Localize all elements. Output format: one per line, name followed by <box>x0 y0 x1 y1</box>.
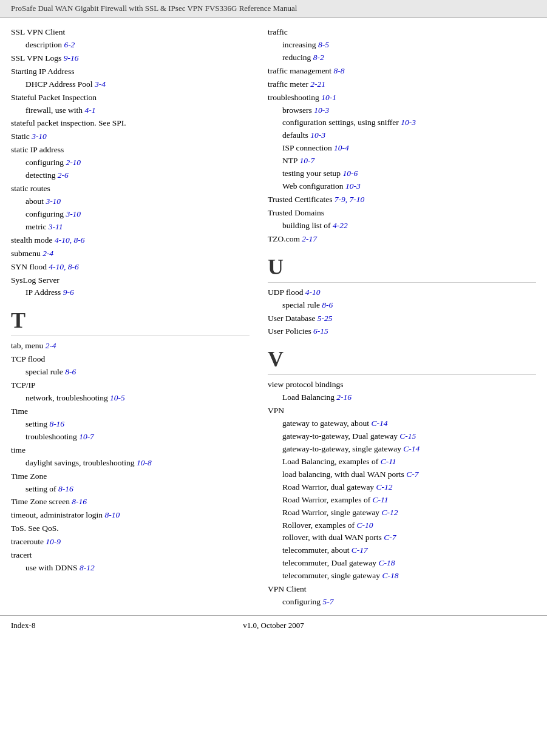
list-item: submenu 2-4 <box>11 248 250 260</box>
list-item: User Policies 6-15 <box>268 325 536 338</box>
list-item: UDP flood 4-10 special rule 8-6 <box>268 286 536 312</box>
list-item: TCP/IP network, troubleshooting 10-5 <box>11 379 250 405</box>
list-item: Starting IP Address DHCP Address Pool 3-… <box>11 66 250 91</box>
list-item: time daylight savings, troubleshooting 1… <box>11 444 250 470</box>
list-item: TCP flood special rule 8-6 <box>11 353 250 379</box>
list-item: traceroute 10-9 <box>11 536 250 548</box>
list-item: static IP address configuring 2-10 detec… <box>11 144 250 182</box>
left-column: SSL VPN Client description 6-2 SSL VPN L… <box>11 26 262 609</box>
header-title: ProSafe Dual WAN Gigabit Firewall with S… <box>11 4 297 13</box>
list-item: Trusted Domains building list of 4-22 <box>268 207 536 232</box>
list-item: SSL VPN Client description 6-2 <box>11 26 250 52</box>
section-u: U <box>268 254 536 283</box>
list-item: TZO.com 2-17 <box>268 233 536 246</box>
page-header: ProSafe Dual WAN Gigabit Firewall with S… <box>0 0 547 18</box>
section-t: T <box>11 308 250 336</box>
list-item: Time setting 8-16 troubleshooting 10-7 <box>11 405 250 444</box>
list-item: Trusted Certificates 7-9, 7-10 <box>268 194 536 206</box>
list-item: Stateful Packet Inspection firewall, use… <box>11 92 250 117</box>
page-footer: Index-8 v1.0, October 2007 <box>0 615 547 635</box>
list-item: User Database 5-25 <box>268 312 536 325</box>
list-item: traffic management 8-8 <box>268 65 536 78</box>
footer-center: v1.0, October 2007 <box>243 621 304 630</box>
list-item: tab, menu 2-4 <box>11 340 250 353</box>
divider <box>268 374 536 375</box>
list-item: traffic meter 2-21 <box>268 78 536 91</box>
section-v: V <box>268 346 536 375</box>
list-item: view protocol bindings Load Balancing 2-… <box>268 379 536 404</box>
list-item: traffic increasing 8-5 reducing 8-2 <box>268 26 536 64</box>
list-item: static routes about 3-10 configuring 3-1… <box>11 183 250 234</box>
list-item: VPN gateway to gateway, about C-14 gatew… <box>268 405 536 582</box>
list-item: troubleshooting 10-1 browsers 10-3 confi… <box>268 92 536 193</box>
list-item: stateful packet inspection. See SPI. <box>11 117 250 130</box>
main-content: SSL VPN Client description 6-2 SSL VPN L… <box>0 18 547 609</box>
list-item: SSL VPN Logs 9-16 <box>11 52 250 65</box>
right-column: traffic increasing 8-5 reducing 8-2 traf… <box>262 26 536 609</box>
list-item: stealth mode 4-10, 8-6 <box>11 234 250 247</box>
list-item: ToS. See QoS. <box>11 522 250 535</box>
list-item: tracert use with DDNS 8-12 <box>11 549 250 575</box>
divider <box>11 336 250 336</box>
list-item: Time Zone setting of 8-16 <box>11 470 250 496</box>
list-item: VPN Client configuring 5-7 <box>268 583 536 609</box>
list-item: SYN flood 4-10, 8-6 <box>11 261 250 274</box>
divider <box>268 282 536 283</box>
list-item: timeout, administrator login 8-10 <box>11 509 250 522</box>
footer-left: Index-8 <box>11 621 35 630</box>
list-item: Static 3-10 <box>11 130 250 143</box>
list-item: Time Zone screen 8-16 <box>11 496 250 508</box>
list-item: SysLog Server IP Address 9-6 <box>11 274 250 300</box>
